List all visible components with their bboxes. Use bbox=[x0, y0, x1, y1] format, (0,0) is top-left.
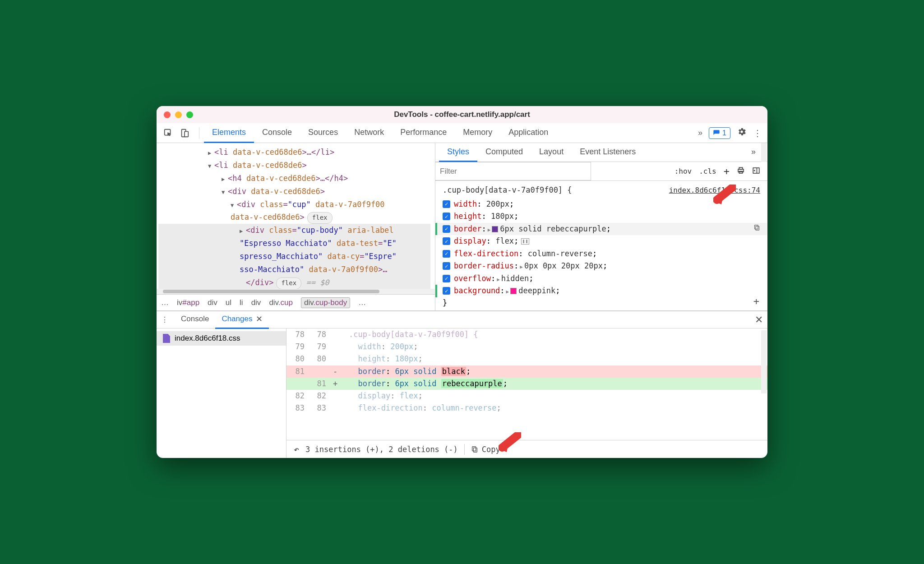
css-property[interactable]: ✓display: flex; bbox=[435, 235, 767, 248]
tab-elements[interactable]: Elements bbox=[204, 123, 254, 143]
annotation-arrow bbox=[713, 185, 736, 204]
property-checkbox[interactable]: ✓ bbox=[443, 200, 450, 208]
add-property-icon[interactable]: + bbox=[753, 294, 759, 309]
dom-node[interactable]: ▶<div class="cup-body" aria-label bbox=[158, 224, 430, 237]
breadcrumb-item[interactable]: li bbox=[240, 298, 243, 307]
more-tabs[interactable]: » bbox=[698, 128, 702, 138]
drawer-menu-icon[interactable]: ⋮ bbox=[161, 315, 168, 324]
gear-icon[interactable] bbox=[737, 127, 747, 139]
devtools-window: DevTools - coffee-cart.netlify.app/cart … bbox=[157, 106, 767, 458]
breadcrumb-item[interactable]: div bbox=[251, 298, 261, 307]
dom-node[interactable]: ▼<div class="cup" data-v-7a0f9f00 bbox=[158, 198, 430, 211]
dom-node[interactable]: ▼<li data-v-ced68de6> bbox=[158, 159, 430, 172]
tab-memory[interactable]: Memory bbox=[455, 123, 500, 143]
annotation-arrow bbox=[499, 432, 521, 452]
breadcrumb-item[interactable]: div.cup-body bbox=[301, 297, 350, 308]
breadcrumb-item[interactable]: div.cup bbox=[269, 298, 293, 307]
breadcrumb-item[interactable]: … bbox=[161, 298, 169, 307]
diff-line: 7878.cup-body[data-v-7a0f9f00] { bbox=[286, 328, 767, 341]
drawer: ⋮ ConsoleChanges ✕ ✕ index.8d6c6f18.css … bbox=[157, 311, 767, 458]
css-selector[interactable]: .cup-body[data-v-7a0f9f00] { bbox=[443, 185, 572, 196]
css-property[interactable]: ✓border-radius:▶0px 0px 20px 20px; bbox=[435, 260, 767, 273]
main-tabs: ElementsConsoleSourcesNetworkPerformance… bbox=[204, 123, 698, 143]
drawer-tab-console[interactable]: Console bbox=[175, 310, 215, 329]
close-window[interactable] bbox=[164, 111, 171, 118]
css-property[interactable]: ✓height: 180px; bbox=[435, 210, 767, 223]
kebab-menu-icon[interactable]: ⋮ bbox=[753, 128, 762, 139]
dom-tree[interactable]: ▶<li data-v-ced68de6>…</li>▼<li data-v-c… bbox=[157, 143, 435, 289]
maximize-window[interactable] bbox=[186, 111, 193, 118]
print-icon[interactable] bbox=[737, 166, 745, 176]
styles-tabs: StylesComputedLayoutEvent Listeners» bbox=[435, 143, 767, 162]
diff-line: 81- border: 6px solid black; bbox=[286, 365, 767, 378]
tab-application[interactable]: Application bbox=[500, 123, 556, 143]
breadcrumb-item[interactable]: ul bbox=[226, 298, 231, 307]
svg-rect-11 bbox=[472, 447, 476, 451]
tab-network[interactable]: Network bbox=[346, 123, 392, 143]
hov-toggle[interactable]: :hov bbox=[675, 167, 692, 176]
property-checkbox[interactable]: ✓ bbox=[443, 237, 450, 245]
breadcrumb-item[interactable]: div bbox=[208, 298, 217, 307]
styles-filter-bar: :hov .cls + bbox=[435, 162, 767, 181]
styles-tab-event-listeners[interactable]: Event Listeners bbox=[572, 143, 644, 162]
tab-performance[interactable]: Performance bbox=[392, 123, 455, 143]
tab-close-icon[interactable]: ✕ bbox=[256, 314, 263, 324]
minimize-window[interactable] bbox=[175, 111, 182, 118]
svg-rect-9 bbox=[755, 225, 758, 229]
issues-count: 1 bbox=[722, 129, 726, 137]
css-property[interactable]: ✓flex-direction: column-reverse; bbox=[435, 248, 767, 260]
property-checkbox[interactable]: ✓ bbox=[443, 225, 450, 233]
h-scrollbar[interactable] bbox=[157, 289, 435, 294]
drawer-tabs: ⋮ ConsoleChanges ✕ ✕ bbox=[157, 311, 767, 328]
css-property[interactable]: ✓border:▶6px solid rebeccapurple; bbox=[435, 223, 767, 236]
tab-sources[interactable]: Sources bbox=[300, 123, 346, 143]
styles-tab-styles[interactable]: Styles bbox=[439, 143, 477, 162]
styles-tab-layout[interactable]: Layout bbox=[531, 143, 572, 162]
property-checkbox[interactable]: ✓ bbox=[443, 250, 450, 258]
file-name: index.8d6c6f18.css bbox=[175, 334, 240, 343]
device-icon[interactable] bbox=[178, 127, 191, 139]
dom-node[interactable]: data-v-ced68de6>flex bbox=[158, 211, 430, 224]
dom-node[interactable]: ▶<li data-v-ced68de6>…</li> bbox=[158, 146, 430, 159]
svg-rect-4 bbox=[739, 167, 743, 169]
main-toolbar: ElementsConsoleSourcesNetworkPerformance… bbox=[157, 123, 767, 143]
property-checkbox[interactable]: ✓ bbox=[443, 275, 450, 282]
drawer-tab-changes[interactable]: Changes ✕ bbox=[215, 310, 269, 329]
dom-node[interactable]: spresso_Macchiato" data-cy="Espre" bbox=[158, 250, 430, 263]
dom-node[interactable]: </div>flex == $0 bbox=[158, 276, 430, 289]
issues-badge[interactable]: 1 bbox=[709, 127, 730, 139]
traffic-lights bbox=[164, 111, 193, 118]
changes-file-item[interactable]: index.8d6c6f18.css bbox=[157, 331, 286, 346]
cls-toggle[interactable]: .cls bbox=[699, 167, 716, 176]
css-close-brace: } bbox=[435, 297, 767, 309]
property-checkbox[interactable]: ✓ bbox=[443, 262, 450, 270]
diff-lines[interactable]: 7878.cup-body[data-v-7a0f9f00] {7979 wid… bbox=[286, 328, 767, 440]
breadcrumb-item[interactable]: iv#app bbox=[177, 298, 199, 307]
drawer-close-icon[interactable]: ✕ bbox=[755, 314, 763, 326]
dom-node[interactable]: ▶<h4 data-v-ced68de6>…</h4> bbox=[158, 172, 430, 185]
property-checkbox[interactable]: ✓ bbox=[443, 213, 450, 220]
styles-tab-computed[interactable]: Computed bbox=[477, 143, 531, 162]
breadcrumb-item[interactable]: … bbox=[358, 298, 366, 307]
styles-filter-input[interactable] bbox=[435, 162, 591, 180]
dom-node[interactable]: ▼<div data-v-ced68de6> bbox=[158, 185, 430, 198]
inspect-icon[interactable] bbox=[162, 127, 175, 139]
dom-node[interactable]: "Espresso Macchiato" data-test="E" bbox=[158, 237, 430, 250]
v-scrollbar[interactable] bbox=[761, 143, 767, 162]
copy-button[interactable]: Copy bbox=[471, 445, 500, 454]
top-split: ▶<li data-v-ced68de6>…</li>▼<li data-v-c… bbox=[157, 143, 767, 311]
new-rule-icon[interactable]: + bbox=[724, 166, 730, 177]
css-property[interactable]: ✓overflow:▶hidden; bbox=[435, 273, 767, 285]
dom-node[interactable]: sso-Macchiato" data-v-7a0f9f00>… bbox=[158, 263, 430, 276]
copy-icon[interactable] bbox=[753, 224, 760, 235]
undo-icon[interactable]: ↶ bbox=[294, 444, 299, 455]
css-property[interactable]: ✓background:▶deeppink; bbox=[435, 285, 767, 297]
tab-console[interactable]: Console bbox=[254, 123, 300, 143]
sidebar-toggle-icon[interactable] bbox=[752, 166, 760, 176]
window-title: DevTools - coffee-cart.netlify.app/cart bbox=[394, 110, 530, 119]
property-checkbox[interactable]: ✓ bbox=[443, 287, 450, 295]
css-file-icon bbox=[163, 334, 170, 343]
diff-line: 81+ border: 6px solid rebeccapurple; bbox=[286, 378, 767, 390]
breadcrumbs: …iv#appdivullidivdiv.cupdiv.cup-body… bbox=[157, 294, 435, 310]
flex-badge-icon[interactable] bbox=[521, 238, 529, 245]
